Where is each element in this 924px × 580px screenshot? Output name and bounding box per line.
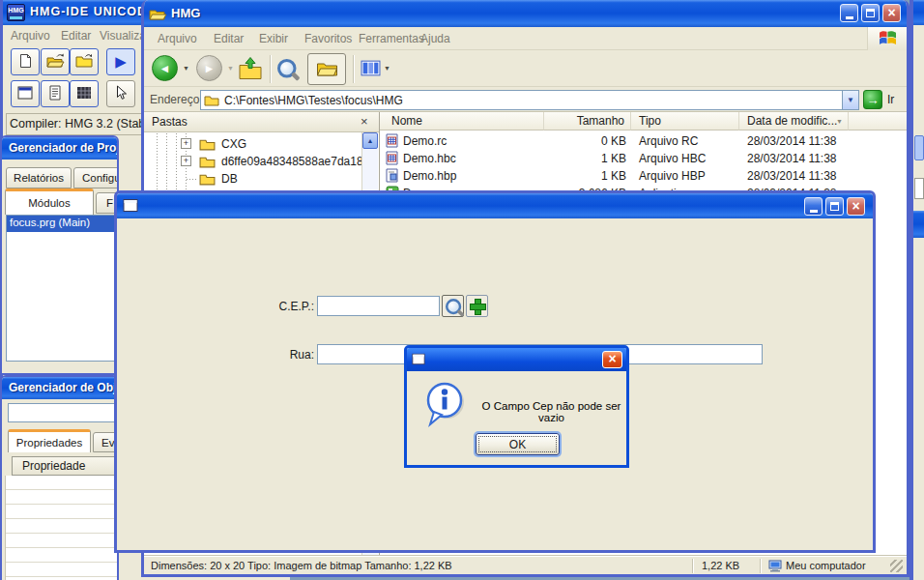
menu-editar[interactable]: Editar [214,32,244,45]
go-button[interactable]: → [863,90,882,109]
ok-button-label: OK [509,438,526,451]
tree-item-cxg[interactable]: + CXG [144,135,357,153]
folder-new-icon [75,53,93,71]
column-header-tamanho[interactable]: Tamanho [544,112,631,130]
source-editor-button[interactable] [41,80,70,107]
views-button[interactable] [361,59,381,80]
tab-relatorios[interactable]: Relatórios [6,167,72,188]
explorer-titlebar[interactable]: HMG × [141,0,910,27]
new-file-button[interactable] [11,48,40,75]
close-icon: × [887,5,895,20]
project-manager-title: Gerenciador de Projetos [9,141,119,155]
form-minimize-button[interactable] [804,197,823,216]
file-row[interactable]: Demo.rc 0 KB Arquivo RC 28/03/2014 11:38 [380,132,907,150]
window-form-icon [17,86,33,102]
folders-button[interactable] [307,53,346,85]
folders-icon [316,59,338,79]
explorer-folder-icon [149,6,167,23]
folders-panel-title: Pastas [152,115,188,129]
back-button[interactable]: ◄ [152,55,178,81]
cep-add-button[interactable] [466,295,488,317]
close-icon: × [608,351,616,366]
ide-menu-arquivo[interactable]: Arquivo [11,29,50,43]
tree-item-db[interactable]: DB [144,170,357,188]
tree-stub-line [187,179,198,180]
background-window-fragment [910,0,924,580]
address-dropdown-icon: ▼ [847,96,854,104]
go-label: Ir [887,93,894,106]
properties-grid [5,476,118,580]
plus-icon [470,299,484,313]
object-selector-input[interactable] [8,403,116,422]
column-header-nome[interactable]: Nome [380,112,544,130]
search-button[interactable] [277,59,298,84]
form-titlebar[interactable]: × [114,193,876,218]
file-row[interactable]: Demo.hbp 1 KB Arquivo HBP 28/03/2014 11:… [380,167,907,185]
column-header-empty [849,112,907,130]
form-close-button[interactable]: × [847,197,865,216]
open-project-button[interactable] [41,48,70,75]
new-project-button[interactable] [70,48,99,75]
fragment-toolbar-button [914,135,924,160]
rua-label: Rua: [272,348,314,362]
dialog-titlebar[interactable]: × [404,348,629,371]
status-divider [692,559,693,573]
scroll-up-button[interactable]: ▲ [362,132,378,149]
dialog-message: O Campo Cep não pode ser vazio [476,400,626,423]
table-button[interactable] [70,80,99,107]
tree-item-hash[interactable]: + d6ffe09a48348588ae7da187f [144,153,380,170]
fragment-titlebar [913,0,924,25]
ide-menu-editar[interactable]: Editar [61,29,91,43]
file-row[interactable]: Demo.hbc 1 KB Arquivo HBC 28/03/2014 11:… [380,150,907,167]
cep-label: C.E.P.: [252,300,314,313]
folder-icon [199,155,216,170]
menu-exibir[interactable]: Exibir [259,32,288,45]
column-header-tipo[interactable]: Tipo [631,112,739,130]
close-button[interactable]: × [882,4,901,22]
menu-ajuda[interactable]: Ajuda [420,32,450,45]
tab-propriedades[interactable]: Propriedades [8,429,91,452]
cep-input[interactable] [317,296,440,316]
forward-dropdown-icon[interactable]: ▼ [227,65,234,72]
menu-favoritos[interactable]: Favoritos [304,32,352,45]
resize-grip[interactable] [890,560,903,572]
run-button[interactable]: ▶ [106,48,135,75]
file-icon-rc [386,133,398,151]
tab-modulos[interactable]: Módulos [5,188,94,215]
folders-panel-close-icon[interactable]: × [361,114,368,129]
tab-configuracoes[interactable]: Configurações [73,167,119,188]
menu-ferramentas[interactable]: Ferramentas [359,32,424,45]
tree-expander-icon[interactable]: + [181,138,191,149]
properties-grid-header[interactable]: Propriedade [12,456,118,476]
back-icon: ◄ [159,62,171,75]
ok-button[interactable]: OK [476,433,560,455]
status-divider-2 [760,559,761,573]
column-header-data[interactable]: Data de modific... ▼ [739,112,849,130]
address-combo[interactable]: C:\Fontes\HMG\Testes\focus\HMG ▼ [200,90,859,110]
tree-expander-icon[interactable]: + [181,156,191,166]
dialog-close-button[interactable]: × [602,351,622,368]
address-value: C:\Fontes\HMG\Testes\focus\HMG [224,94,403,107]
menu-arquivo[interactable]: Arquivo [158,32,197,45]
back-dropdown-icon[interactable]: ▼ [183,65,189,72]
project-manager-titlebar[interactable]: Gerenciador de Projetos [2,137,119,160]
message-dialog: × O Campo Cep não pode ser vazio OK [404,345,629,468]
form-designer-button[interactable] [11,80,40,107]
forward-button[interactable]: ► [196,55,222,81]
views-dropdown-icon[interactable]: ▼ [384,65,390,72]
module-item-selected[interactable]: focus.prg (Main) [7,216,116,232]
cep-search-button[interactable] [442,295,464,317]
fragment-titlebar-2 [913,211,924,238]
minimize-button[interactable] [840,4,858,22]
modules-list[interactable]: focus.prg (Main) [6,215,117,362]
up-folder-button[interactable] [238,56,263,83]
address-dropdown-button[interactable]: ▼ [842,91,858,109]
select-tool-button[interactable] [106,80,135,107]
status-location: Meu computador [786,560,866,571]
object-manager-titlebar[interactable]: Gerenciador de Objetos [2,377,119,399]
maximize-button[interactable] [861,4,880,22]
form-maximize-button[interactable] [825,197,844,216]
status-size: 1,22 KB [702,560,739,571]
hmg-logo-icon: HMG [7,4,25,21]
cep-search-icon [446,299,463,316]
